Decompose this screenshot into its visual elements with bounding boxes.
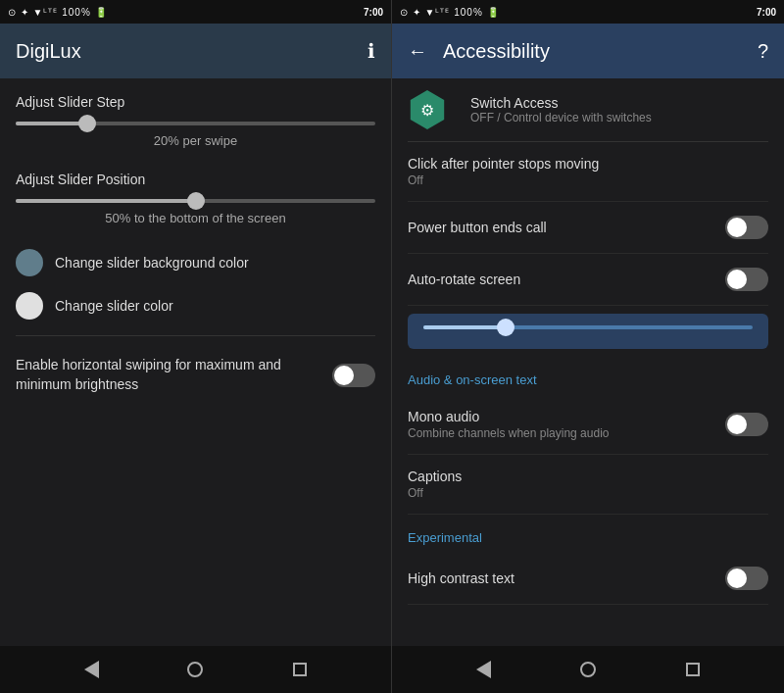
- screen: ⊙ ✦ ▼ᴸᵀᴱ 100% 🔋 7:00 DigiLux ℹ Adjust Sl…: [0, 0, 784, 693]
- power-toggle-knob: [727, 218, 747, 237]
- right-status-icons: ⊙ ✦ ▼ᴸᵀᴱ 100% 🔋: [400, 7, 500, 18]
- captions-item[interactable]: Captions Off: [408, 455, 768, 515]
- left-bottom-nav: [0, 646, 391, 693]
- highlight-slider-fill: [423, 325, 506, 329]
- right-back-icon: [476, 661, 491, 678]
- right-home-icon: [580, 662, 596, 677]
- slider-step-fill: [16, 122, 87, 125]
- power-button-row: Power button ends call: [408, 202, 768, 254]
- back-nav-button[interactable]: [74, 652, 109, 687]
- slider-position-section: Adjust Slider Position 50% to the bottom…: [16, 172, 375, 225]
- slider-color-circle: [16, 292, 43, 320]
- app-title: DigiLux: [16, 40, 368, 63]
- horizontal-swipe-toggle[interactable]: [332, 364, 375, 387]
- right-top-bar: ← Accessibility ?: [392, 24, 784, 78]
- experimental-section-header: Experimental: [408, 515, 768, 553]
- left-panel: ⊙ ✦ ▼ᴸᵀᴱ 100% 🔋 7:00 DigiLux ℹ Adjust Sl…: [0, 0, 392, 693]
- slider-position-label: Adjust Slider Position: [16, 172, 375, 187]
- click-after-pointer-subtitle: Off: [408, 173, 768, 187]
- captions-subtitle: Off: [408, 486, 768, 500]
- audio-section-header: Audio & on-screen text: [408, 357, 768, 395]
- recent-nav-button[interactable]: [282, 652, 318, 687]
- slider-position-fill: [16, 199, 196, 203]
- accessibility-back-button[interactable]: ←: [408, 40, 427, 63]
- slider-step-section: Adjust Slider Step 20% per swipe: [16, 94, 375, 148]
- high-contrast-title: High contrast text: [408, 570, 725, 586]
- auto-rotate-knob: [727, 270, 747, 289]
- highlight-slider-thumb[interactable]: [497, 319, 514, 336]
- switch-access-text: Switch Access OFF / Control device with …: [470, 95, 652, 124]
- auto-rotate-title: Auto-rotate screen: [408, 272, 725, 287]
- recent-icon: [293, 663, 307, 676]
- switch-access-row[interactable]: ⚙ Switch Access OFF / Control device wit…: [408, 78, 768, 142]
- slider-step-value: 20% per swipe: [16, 133, 375, 148]
- power-button-text: Power button ends call: [408, 220, 725, 235]
- high-contrast-knob: [727, 569, 747, 588]
- right-recent-nav-button[interactable]: [675, 652, 710, 687]
- high-contrast-row: High contrast text: [408, 553, 768, 605]
- switch-access-icon: ⚙: [408, 90, 447, 129]
- slider-color-label: Change slider color: [55, 298, 173, 314]
- mono-audio-title: Mono audio: [408, 409, 725, 424]
- mono-audio-row: Mono audio Combine channels when playing…: [408, 395, 768, 455]
- horizontal-swipe-toggle-row: Enable horizontal swiping for maximum an…: [16, 352, 375, 398]
- switch-access-title: Switch Access: [470, 95, 652, 111]
- right-bottom-nav: [392, 646, 784, 693]
- click-after-pointer-item[interactable]: Click after pointer stops moving Off: [408, 142, 768, 202]
- left-status-time: 7:00: [364, 7, 383, 18]
- right-back-nav-button[interactable]: [466, 652, 501, 687]
- help-icon[interactable]: ?: [758, 40, 768, 63]
- slider-position-track[interactable]: [16, 199, 375, 203]
- right-status-bar: ⊙ ✦ ▼ᴸᵀᴱ 100% 🔋 7:00: [392, 0, 784, 24]
- horizontal-swipe-label: Enable horizontal swiping for maximum an…: [16, 356, 332, 394]
- left-status-icons: ⊙ ✦ ▼ᴸᵀᴱ 100% 🔋: [8, 7, 108, 18]
- slider-step-thumb[interactable]: [78, 115, 96, 132]
- right-panel: ⊙ ✦ ▼ᴸᵀᴱ 100% 🔋 7:00 ← Accessibility ? ⚙…: [392, 0, 784, 693]
- divider: [16, 335, 375, 336]
- home-nav-button[interactable]: [177, 652, 213, 687]
- slider-step-label: Adjust Slider Step: [16, 94, 375, 110]
- power-button-toggle[interactable]: [725, 216, 768, 239]
- click-after-pointer-title: Click after pointer stops moving: [408, 156, 768, 172]
- high-contrast-text: High contrast text: [408, 570, 725, 586]
- info-icon[interactable]: ℹ: [368, 39, 375, 63]
- bg-color-option[interactable]: Change slider background color: [16, 249, 375, 276]
- left-status-bar: ⊙ ✦ ▼ᴸᵀᴱ 100% 🔋 7:00: [0, 0, 391, 24]
- high-contrast-toggle[interactable]: [725, 567, 768, 590]
- highlight-slider-track[interactable]: [423, 325, 753, 329]
- mono-audio-subtitle: Combine channels when playing audio: [408, 426, 725, 440]
- captions-title: Captions: [408, 469, 768, 484]
- power-button-title: Power button ends call: [408, 220, 725, 235]
- mono-audio-toggle[interactable]: [725, 413, 768, 436]
- slider-position-value: 50% to the bottom of the screen: [16, 211, 375, 225]
- right-recent-icon: [686, 663, 700, 676]
- bg-color-label: Change slider background color: [55, 255, 249, 271]
- home-icon: [187, 662, 203, 677]
- back-icon: [84, 661, 99, 678]
- left-content: Adjust Slider Step 20% per swipe Adjust …: [0, 78, 391, 646]
- slider-step-track[interactable]: [16, 122, 375, 125]
- mono-audio-text: Mono audio Combine channels when playing…: [408, 409, 725, 440]
- right-status-time: 7:00: [757, 7, 776, 18]
- accessibility-title: Accessibility: [443, 40, 758, 63]
- auto-rotate-row: Auto-rotate screen: [408, 254, 768, 306]
- slider-color-option[interactable]: Change slider color: [16, 292, 375, 320]
- slider-position-thumb[interactable]: [187, 192, 205, 210]
- left-top-bar: DigiLux ℹ: [0, 24, 391, 78]
- right-home-nav-button[interactable]: [570, 652, 606, 687]
- toggle-knob: [334, 366, 354, 385]
- auto-rotate-text: Auto-rotate screen: [408, 272, 725, 287]
- right-content: ⚙ Switch Access OFF / Control device wit…: [392, 78, 784, 646]
- bg-color-circle: [16, 249, 43, 276]
- auto-rotate-toggle[interactable]: [725, 268, 768, 291]
- switch-access-subtitle: OFF / Control device with switches: [470, 111, 652, 124]
- mono-audio-knob: [727, 415, 747, 434]
- highlight-slider-section: [408, 314, 768, 349]
